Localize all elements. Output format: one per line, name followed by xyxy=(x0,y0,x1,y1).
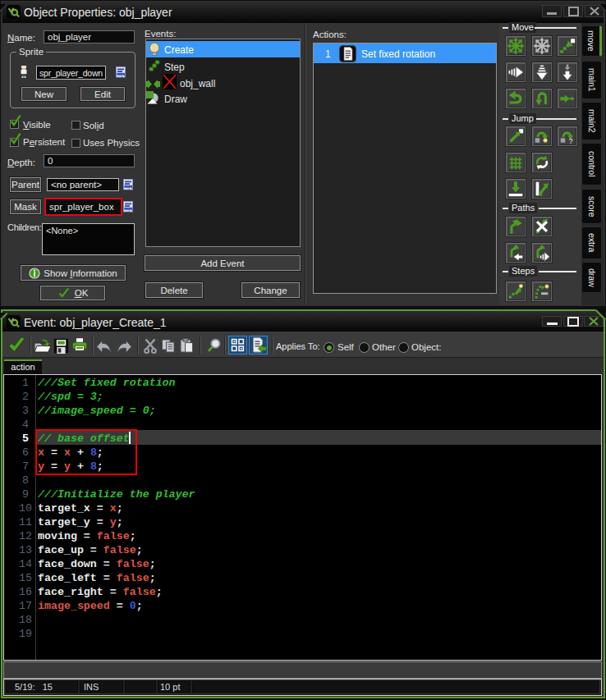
svg-text:?: ? xyxy=(569,138,573,145)
